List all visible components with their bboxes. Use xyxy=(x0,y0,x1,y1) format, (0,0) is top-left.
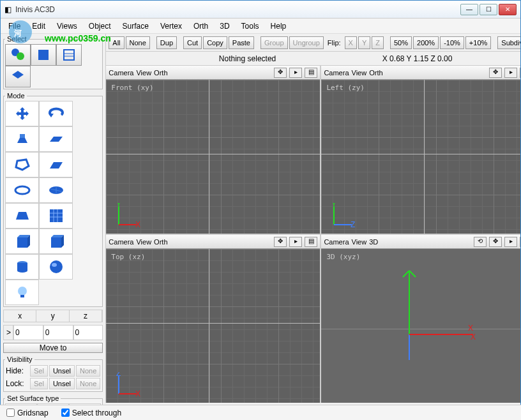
mode-grid[interactable] xyxy=(39,203,73,229)
viewport-left[interactable]: CameraViewOrth✥▸▤ Left (zy) YZ xyxy=(321,66,521,234)
svg-rect-5 xyxy=(64,50,74,60)
hide-sel[interactable]: Sel xyxy=(30,365,48,377)
menu-3d[interactable]: 3D xyxy=(215,20,234,32)
tb-all[interactable]: All xyxy=(109,36,124,49)
menu-object[interactable]: Object xyxy=(84,20,116,32)
tb-dup[interactable]: Dup xyxy=(156,36,177,49)
svg-point-35 xyxy=(52,263,57,267)
axis-icon: YZ xyxy=(330,203,356,229)
tb-flip-y[interactable]: Y xyxy=(358,36,370,49)
tb-paste[interactable]: Paste xyxy=(229,36,254,49)
menu-edit[interactable]: Edit xyxy=(27,20,50,32)
mode-plane[interactable] xyxy=(39,126,73,152)
svg-marker-9 xyxy=(49,114,54,117)
svg-rect-28 xyxy=(51,237,61,248)
mode-sphere[interactable] xyxy=(39,254,73,280)
coord-y-input[interactable] xyxy=(43,325,73,340)
main-toolbar: All None Dup Cut Copy Paste Group Ungrou… xyxy=(106,34,521,52)
select-mode-4[interactable] xyxy=(5,66,31,87)
svg-rect-20 xyxy=(50,209,63,222)
viewport-front[interactable]: CameraViewOrth✥▸▤ Front (xy) YX xyxy=(106,66,320,234)
axis-icon: ZX xyxy=(115,372,140,398)
menu-bar: File Edit Views Object Surface Vertex Or… xyxy=(1,19,520,34)
viewport-3d[interactable]: CameraView3D⟲✥▸▤ 3D (xyz) X X xyxy=(321,235,521,403)
mode-poly[interactable] xyxy=(5,152,39,177)
tb-flip-z[interactable]: Z xyxy=(372,36,384,49)
view-move-icon[interactable]: ✥ xyxy=(489,68,502,78)
tb-cut[interactable]: Cut xyxy=(183,36,202,49)
mode-ellipse[interactable] xyxy=(5,177,39,203)
status-selection: Nothing selected xyxy=(112,54,382,63)
axis-icon: YX xyxy=(115,203,140,229)
moveto-button[interactable]: Move to xyxy=(3,343,103,353)
menu-views[interactable]: Views xyxy=(52,20,82,32)
view-max-icon[interactable]: ▸ xyxy=(289,237,302,247)
svg-point-3 xyxy=(17,52,24,60)
svg-point-15 xyxy=(15,186,29,194)
mode-cube[interactable] xyxy=(5,229,39,254)
lock-none[interactable]: None xyxy=(76,378,100,389)
view-move-icon[interactable]: ✥ xyxy=(274,68,287,78)
menu-surface[interactable]: Surface xyxy=(117,20,154,32)
svg-rect-11 xyxy=(20,134,25,138)
view-opts-icon[interactable]: ▤ xyxy=(305,68,317,78)
view-opts-icon[interactable]: ▤ xyxy=(305,237,317,247)
lock-unsel[interactable]: Unsel xyxy=(49,378,75,389)
tb-m10[interactable]: -10% xyxy=(440,36,464,49)
mode-light[interactable] xyxy=(5,280,39,305)
menu-help[interactable]: Help xyxy=(266,20,292,32)
tb-group[interactable]: Group xyxy=(260,36,288,49)
svg-text:X: X xyxy=(471,333,476,341)
view-max-icon[interactable]: ▸ xyxy=(289,68,302,78)
mode-cylinder[interactable] xyxy=(5,254,39,280)
select-mode-2[interactable] xyxy=(31,44,56,66)
svg-point-34 xyxy=(50,260,63,273)
menu-vertex[interactable]: Vertex xyxy=(155,20,187,32)
tb-flip-x[interactable]: X xyxy=(345,36,357,49)
window-title: Inivis AC3D xyxy=(15,5,460,14)
select-mode-3[interactable] xyxy=(56,44,82,66)
mode-rotate[interactable] xyxy=(39,101,73,126)
mode-move[interactable] xyxy=(5,101,39,126)
view-rotate-icon[interactable]: ⟲ xyxy=(474,237,487,247)
tb-copy[interactable]: Copy xyxy=(203,36,227,49)
svg-rect-25 xyxy=(17,237,27,248)
menu-tools[interactable]: Tools xyxy=(236,20,264,32)
mode-extrude[interactable] xyxy=(5,126,39,152)
lock-sel[interactable]: Sel xyxy=(30,378,48,389)
minimize-button[interactable]: — xyxy=(460,4,478,15)
svg-text:Z: Z xyxy=(351,220,355,229)
close-button[interactable]: ✕ xyxy=(499,4,517,15)
tb-200[interactable]: 200% xyxy=(413,36,439,49)
tb-subdiv[interactable]: Subdiv + xyxy=(497,36,521,49)
mode-rect[interactable] xyxy=(39,152,73,177)
mode-disk[interactable] xyxy=(39,177,73,203)
mode-box[interactable] xyxy=(39,229,73,254)
status-coords: X 0.68 Y 1.15 Z 0.00 xyxy=(382,54,453,63)
menu-orth[interactable]: Orth xyxy=(188,20,213,32)
mode-trapezoid[interactable] xyxy=(5,203,39,229)
svg-marker-19 xyxy=(16,212,29,220)
app-icon: ◧ xyxy=(4,5,11,14)
tb-50[interactable]: 50% xyxy=(390,36,412,49)
select-mode-1[interactable] xyxy=(5,44,31,66)
hide-unsel[interactable]: Unsel xyxy=(49,365,75,377)
menu-file[interactable]: File xyxy=(3,20,26,32)
tb-p10[interactable]: +10% xyxy=(465,36,491,49)
select-through-checkbox[interactable]: Select through xyxy=(61,409,121,417)
viewport-top[interactable]: CameraViewOrth✥▸▤ Top (xz) ZX xyxy=(106,235,320,403)
maximize-button[interactable]: ☐ xyxy=(479,4,497,15)
view-max-icon[interactable]: ▸ xyxy=(504,68,517,78)
view-move-icon[interactable]: ✥ xyxy=(274,237,287,247)
gridsnap-checkbox[interactable]: Gridsnap xyxy=(6,409,49,417)
view-max-icon[interactable]: ▸ xyxy=(504,237,517,247)
hide-none[interactable]: None xyxy=(76,365,100,377)
svg-rect-4 xyxy=(38,50,49,60)
coord-z-input[interactable] xyxy=(73,325,103,340)
tb-ungroup[interactable]: Ungroup xyxy=(289,36,324,49)
svg-text:X: X xyxy=(468,324,473,333)
view-move-icon[interactable]: ✥ xyxy=(489,237,502,247)
coord-x-input[interactable] xyxy=(13,325,43,340)
tb-none[interactable]: None xyxy=(126,36,150,49)
mode-panel: Mode xyxy=(3,92,103,307)
